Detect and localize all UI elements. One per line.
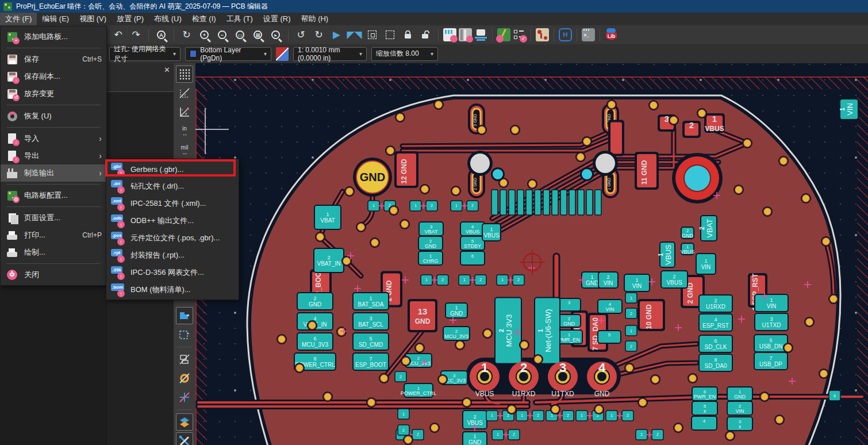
zoom-select[interactable]: 缩放倍数 8.00▾	[371, 47, 438, 61]
units-mil-icon[interactable]: mil↔	[176, 141, 193, 159]
rotate-ccw-icon[interactable]: ↺	[293, 27, 309, 43]
bom-file-icon: .bom	[111, 283, 125, 296]
zoom-out-icon[interactable]: −	[214, 27, 230, 43]
menu-item-close[interactable]: 关闭	[1, 266, 106, 283]
svg-text:2: 2	[517, 278, 520, 282]
menu-preferences[interactable]: 设置 (R)	[258, 13, 296, 25]
svg-text:2: 2	[673, 274, 675, 279]
properties-tools-icon[interactable]	[176, 432, 193, 445]
mirror-icon[interactable]: ◤◥	[347, 27, 362, 43]
submenu-item-bom[interactable]: .bom BOM (物料清单)...	[106, 281, 239, 298]
drc-icon[interactable]: ✓	[513, 28, 526, 41]
svg-text:3: 3	[665, 114, 669, 124]
close-icon[interactable]: ✕	[164, 66, 170, 74]
svg-text:13: 13	[418, 306, 428, 316]
zoom-in-icon[interactable]: +	[197, 27, 212, 43]
submenu-item-ipc-d-356[interactable]: .356 IPC-D-356 网表文件...	[106, 264, 239, 281]
menu-item-export[interactable]: 导出	[1, 147, 106, 164]
update-pcb-icon[interactable]	[497, 28, 510, 41]
grid-diagonal-icon[interactable]	[176, 85, 193, 102]
grid-dots-icon[interactable]	[176, 66, 193, 83]
flip-icon[interactable]: ▶	[329, 27, 344, 43]
svg-text:MCU_3V3: MCU_3V3	[302, 342, 329, 348]
menu-view[interactable]: 视图 (V)	[74, 13, 112, 25]
zoom-selection-icon[interactable]: ▸	[268, 27, 283, 43]
svg-text:2: 2	[567, 413, 569, 417]
menu-inspect[interactable]: 检查 (I)	[187, 13, 221, 25]
menu-item-save-copy[interactable]: 保存副本...	[1, 68, 106, 85]
redo-icon[interactable]: ↷	[128, 27, 144, 43]
hide-ratsnest-icon[interactable]	[176, 389, 193, 406]
menu-item-revert[interactable]: 放弃变更	[1, 85, 106, 102]
stackup-icon[interactable]	[474, 28, 487, 41]
menu-item-fabrication-outputs[interactable]: 制造输出	[1, 164, 106, 182]
menu-item-add-board[interactable]: 添加电路板...	[1, 28, 106, 45]
menu-item-board-setup[interactable]: 电路板配置...	[1, 187, 106, 204]
ungroup-icon[interactable]	[382, 27, 398, 43]
svg-text:6: 6	[834, 394, 836, 398]
library-browser-icon[interactable]	[459, 28, 472, 41]
group-icon[interactable]	[364, 27, 380, 43]
menu-item-save[interactable]: 保存 Ctrl+S	[1, 51, 106, 68]
svg-text:U1RXD: U1RXD	[706, 304, 725, 310]
polar-coords-icon[interactable]: rθ	[176, 103, 193, 121]
via-size-select[interactable]: 过孔: 使用网络类尺寸▾	[109, 47, 180, 61]
submenu-item-odb[interactable]: .odb ODB++ 输出文件...	[106, 212, 239, 229]
footprint-mode-icon[interactable]	[176, 307, 193, 324]
submenu-item-gerbers[interactable]: .gbr Gerbers (.gbr)...	[106, 160, 239, 178]
menu-place[interactable]: 放置 (P)	[112, 13, 149, 25]
menu-item-plot[interactable]: 绘制...	[1, 244, 106, 261]
update-footprints-icon[interactable]	[443, 28, 456, 41]
svg-text:1: 1	[770, 297, 773, 303]
submenu-item-position-file[interactable]: .pos 元件定位文件 (.pos, .gbr)...	[106, 229, 239, 247]
pcb-canvas[interactable]: 3 GND4 GND2 GND1 GND12 GND13GND2 GND1 ES…	[195, 63, 868, 445]
factory-icon	[5, 166, 19, 180]
grid-select[interactable]: 1: 0.0010 mm (0.0000 in)▾	[293, 47, 367, 61]
menu-item-import[interactable]: 导入	[1, 130, 106, 147]
lib-cloud-icon[interactable]: Lib	[605, 28, 618, 41]
board-setup-icon	[5, 189, 19, 202]
svg-text:1: 1	[473, 434, 476, 439]
robot-help-icon[interactable]: H	[559, 28, 572, 41]
svg-text:GND: GND	[563, 321, 575, 327]
hide-footprints-icon[interactable]	[176, 351, 193, 368]
menu-file[interactable]: 文件 (F)	[0, 13, 37, 25]
svg-text:3: 3	[559, 360, 566, 375]
svg-text:1: 1	[590, 274, 593, 280]
d356-file-icon: .356	[111, 266, 125, 279]
find-icon[interactable]: A	[153, 27, 169, 43]
units-inch-icon[interactable]: in↔	[176, 122, 193, 140]
menu-route[interactable]: 布线 (U)	[149, 13, 187, 25]
layers-manager-icon[interactable]	[176, 413, 193, 431]
zone-display-icon[interactable]	[536, 28, 549, 41]
hide-vias-icon[interactable]	[176, 370, 193, 387]
menu-edit[interactable]: 编辑 (E)	[37, 13, 74, 25]
lock-icon[interactable]	[400, 27, 416, 43]
submenu-item-footprint-report[interactable]: .rpt 封装报告 (.rpt)...	[106, 247, 239, 264]
refresh-icon[interactable]: ↻	[179, 27, 194, 43]
unlock-icon[interactable]	[418, 27, 433, 43]
file-menu: 添加电路板... 保存 Ctrl+S 保存副本... 放弃变更 恢复 (U) 导…	[0, 26, 107, 286]
zoom-objects-icon[interactable]: ▩	[250, 27, 266, 43]
layer-select[interactable]: Bottom Layer (PgDn)▾	[185, 47, 271, 61]
svg-text:GND: GND	[594, 390, 610, 398]
submenu-item-drill[interactable]: .drl 钻孔文件 (.drl)...	[106, 178, 239, 195]
rotate-cw-icon[interactable]: ↻	[311, 27, 327, 43]
menu-item-print[interactable]: 打印... Ctrl+P	[1, 227, 106, 244]
svg-text:BAT_SCL: BAT_SCL	[358, 321, 383, 328]
menu-tools[interactable]: 工具 (T)	[221, 13, 258, 25]
svg-text:5: 5	[369, 336, 372, 342]
layer-pair-icon[interactable]	[276, 47, 289, 61]
zoom-fit-icon[interactable]: ▭	[232, 27, 248, 43]
svg-text:1: 1	[581, 413, 583, 417]
submenu-item-ipc2581[interactable]: .xml IPC-2581 文件 (.xml)...	[106, 195, 239, 212]
undo-icon[interactable]: ↶	[110, 27, 126, 43]
svg-text:GND: GND	[586, 280, 598, 286]
svg-text:VBUS: VBUS	[705, 125, 724, 133]
svg-text:3: 3	[770, 316, 773, 322]
menu-help[interactable]: 帮助 (H)	[296, 13, 334, 25]
menu-item-page-settings[interactable]: 页面设置...	[1, 209, 106, 227]
menu-item-undo[interactable]: 恢复 (U)	[1, 108, 106, 125]
selection-filter-icon[interactable]	[176, 326, 193, 343]
console-icon[interactable]: >_	[582, 28, 595, 41]
